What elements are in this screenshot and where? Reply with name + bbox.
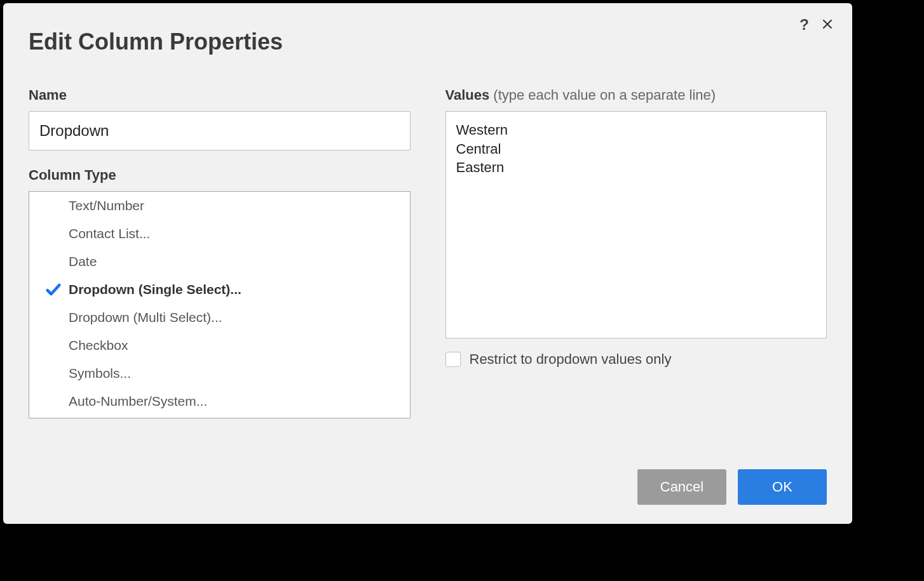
footer-buttons: Cancel OK bbox=[637, 469, 827, 505]
column-type-option[interactable]: Text/Number bbox=[29, 192, 410, 220]
column-type-option[interactable]: Auto-Number/System... bbox=[29, 387, 410, 415]
column-type-option-label: Text/Number bbox=[69, 198, 144, 213]
column-type-option[interactable]: Checkbox bbox=[29, 331, 410, 359]
column-type-option-label: Date bbox=[69, 254, 97, 269]
right-column: Values (type each value on a separate li… bbox=[445, 87, 827, 418]
column-type-option-label: Auto-Number/System... bbox=[69, 394, 207, 409]
name-label: Name bbox=[29, 87, 411, 104]
column-type-block: Column Type Text/NumberContact List...Da… bbox=[29, 167, 411, 418]
check-icon bbox=[38, 281, 69, 298]
dialog-title: Edit Column Properties bbox=[29, 29, 827, 55]
column-type-option-label: Dropdown (Single Select)... bbox=[69, 282, 241, 297]
values-hint: (type each value on a separate line) bbox=[493, 87, 716, 103]
column-type-label: Column Type bbox=[29, 167, 411, 184]
column-type-option[interactable]: Dropdown (Multi Select)... bbox=[29, 304, 410, 331]
values-label-text: Values bbox=[445, 87, 490, 103]
content-row: Name Column Type Text/NumberContact List… bbox=[29, 87, 827, 418]
values-textarea[interactable] bbox=[445, 111, 827, 338]
restrict-row: Restrict to dropdown values only bbox=[445, 351, 827, 368]
column-type-option-label: Checkbox bbox=[69, 338, 128, 353]
column-type-option-label: Contact List... bbox=[69, 226, 150, 241]
help-icon[interactable]: ? bbox=[799, 17, 809, 32]
ok-button[interactable]: OK bbox=[738, 469, 827, 505]
name-input[interactable] bbox=[29, 111, 411, 150]
restrict-label: Restrict to dropdown values only bbox=[470, 351, 672, 368]
column-type-option[interactable]: Date bbox=[29, 248, 410, 276]
close-icon[interactable] bbox=[822, 17, 833, 32]
column-type-list[interactable]: Text/NumberContact List...DateDropdown (… bbox=[29, 191, 411, 418]
restrict-checkbox[interactable] bbox=[445, 352, 461, 367]
values-label: Values (type each value on a separate li… bbox=[445, 87, 827, 104]
column-type-option-label: Dropdown (Multi Select)... bbox=[69, 310, 222, 325]
column-type-option-label: Symbols... bbox=[69, 366, 131, 381]
cancel-button[interactable]: Cancel bbox=[637, 469, 726, 505]
dialog-header-icons: ? bbox=[799, 17, 833, 32]
column-type-option[interactable]: Dropdown (Single Select)... bbox=[29, 276, 410, 304]
left-column: Name Column Type Text/NumberContact List… bbox=[29, 87, 411, 418]
edit-column-dialog: ? Edit Column Properties Name Column Typ… bbox=[3, 3, 852, 524]
column-type-option[interactable]: Contact List... bbox=[29, 220, 410, 248]
column-type-option[interactable]: Symbols... bbox=[29, 359, 410, 387]
